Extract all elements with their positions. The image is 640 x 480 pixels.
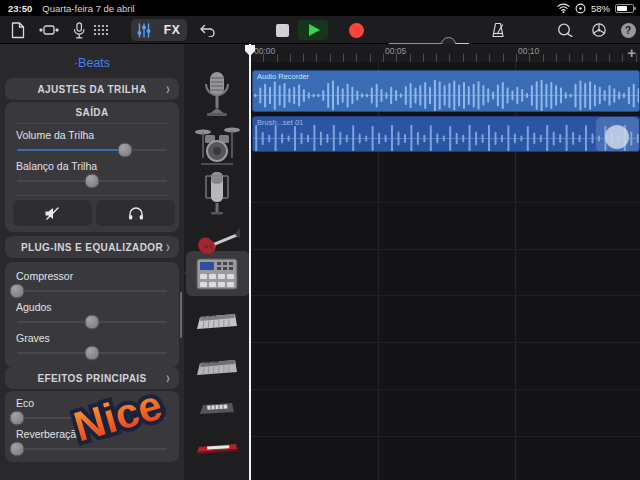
echo-slider-knob[interactable]: [10, 411, 25, 426]
status-date: Quarta-feira 7 de abril: [42, 3, 134, 14]
treble-slider[interactable]: [5, 314, 179, 330]
waveform-audio-recorder: [253, 80, 640, 111]
headphones-icon: [128, 206, 144, 220]
grid-line-horizontal: [250, 202, 640, 203]
mic-input-icon[interactable]: [70, 16, 88, 44]
echo-label: Eco: [16, 397, 34, 409]
playhead-line[interactable]: [249, 44, 251, 480]
volume-label: Volume da Trilha: [16, 129, 94, 141]
grid-line-horizontal: [250, 436, 640, 437]
playhead-marker[interactable]: [244, 44, 256, 57]
instrument-drum-machine[interactable]: [184, 254, 250, 294]
divider: [16, 195, 168, 196]
battery-icon: [615, 4, 634, 13]
battery-percent: 58%: [591, 3, 610, 14]
grid-line-horizontal: [250, 389, 640, 390]
treble-slider-knob[interactable]: [85, 315, 100, 330]
settings-gear-icon[interactable]: [590, 16, 608, 44]
bass-label: Graves: [16, 332, 50, 344]
output-section-header: SAÍDA: [75, 107, 108, 118]
grid-line-horizontal: [250, 295, 640, 296]
region-name: Audio Recorder: [257, 72, 309, 81]
instrument-synth-keyboard[interactable]: [184, 300, 250, 342]
sidebar-scrollbar[interactable]: [180, 292, 182, 338]
balance-slider-knob[interactable]: [85, 174, 100, 189]
master-effects-button[interactable]: EFEITOS PRINCIPAIS ›: [5, 367, 179, 389]
documents-icon[interactable]: [8, 16, 28, 44]
grid-line-horizontal: [250, 342, 640, 343]
orientation-lock-icon: [575, 3, 586, 14]
fx-button[interactable]: FX: [157, 16, 187, 44]
chevron-right-icon: ›: [166, 238, 170, 256]
wifi-icon: [557, 3, 570, 13]
view-switch-icon[interactable]: [38, 16, 60, 44]
volume-slider-knob[interactable]: [118, 143, 133, 158]
track-settings-button[interactable]: AJUSTES DA TRILHA ›: [5, 78, 179, 100]
instrument-drum-kit[interactable]: [184, 120, 250, 168]
chevron-right-icon: ›: [166, 369, 170, 387]
time-ruler[interactable]: 00:00 00:05 00:10 +: [250, 44, 640, 62]
effects-card: Eco Reverberação: [5, 391, 179, 462]
treble-label: Agudos: [16, 301, 52, 313]
divider: [16, 123, 168, 124]
instrument-rail: [184, 44, 250, 480]
status-bar: 23:50 Quarta-feira 7 de abril 58%: [0, 0, 640, 16]
echo-slider[interactable]: [5, 410, 179, 426]
help-button[interactable]: ?: [620, 16, 636, 44]
record-icon: [349, 23, 364, 38]
main-toolbar: FX ?: [0, 16, 640, 44]
volume-slider[interactable]: [5, 142, 179, 158]
plugins-eq-label: PLUG-INS E EQUALIZADOR: [21, 242, 163, 253]
monitor-button[interactable]: [96, 200, 175, 226]
mute-button[interactable]: [13, 200, 92, 226]
loop-browser-icon[interactable]: [554, 16, 574, 44]
region-audio-recorder[interactable]: Audio Recorder: [252, 70, 640, 112]
balance-slider[interactable]: [5, 173, 179, 189]
balance-label: Balanço da Trilha: [16, 160, 97, 172]
ruler-ticks: [250, 54, 640, 62]
touch-indicator: [605, 125, 629, 149]
play-button[interactable]: [298, 20, 328, 40]
chevron-right-icon: ›: [166, 80, 170, 98]
instrument-red-keyboard[interactable]: [184, 432, 250, 466]
bass-slider-knob[interactable]: [85, 346, 100, 361]
track-settings-label: AJUSTES DA TRILHA: [37, 84, 146, 95]
apps-grid-icon[interactable]: [91, 16, 111, 44]
bass-slider[interactable]: [5, 345, 179, 361]
track-controls-panel: ·Beats AJUSTES DA TRILHA › SAÍDA Volume …: [0, 44, 184, 480]
reverb-label: Reverberação: [16, 428, 82, 440]
compressor-label: Compressor: [16, 270, 73, 282]
waveform-brush-set: [253, 125, 640, 152]
grid-line-horizontal: [250, 249, 640, 250]
stop-button[interactable]: [275, 16, 289, 44]
clock-time: 23:50: [8, 3, 32, 14]
region-brush-set[interactable]: Brush...set 01: [252, 116, 640, 152]
output-card: SAÍDA Volume da Trilha Balanço da Trilha: [5, 102, 179, 232]
compressor-slider[interactable]: [5, 283, 179, 299]
compressor-slider-knob[interactable]: [10, 284, 25, 299]
mute-speaker-icon: [44, 206, 62, 221]
reverb-slider[interactable]: [5, 441, 179, 457]
instrument-condenser-mic[interactable]: [184, 170, 250, 216]
instrument-synth-keyboard-2[interactable]: [184, 346, 250, 388]
metronome-icon[interactable]: [489, 16, 507, 44]
instrument-mini-keyboard[interactable]: [184, 390, 250, 428]
eq-card: Compressor Agudos Graves: [5, 262, 179, 368]
record-button[interactable]: [348, 16, 364, 44]
ruler-label-0: 00:00: [254, 46, 275, 56]
add-region-button[interactable]: +: [627, 44, 636, 61]
master-effects-label: EFEITOS PRINCIPAIS: [37, 373, 146, 384]
garageband-app: 23:50 Quarta-feira 7 de abril 58%: [0, 0, 640, 480]
ruler-label-1: 00:05: [385, 46, 406, 56]
plugins-eq-button[interactable]: PLUG-INS E EQUALIZADOR ›: [5, 236, 179, 258]
reverb-slider-knob[interactable]: [10, 442, 25, 457]
undo-icon[interactable]: [196, 16, 218, 44]
play-icon: [309, 24, 320, 36]
track-controls-icon[interactable]: [131, 16, 157, 44]
instrument-vintage-mic[interactable]: [184, 70, 250, 120]
track-title[interactable]: ·Beats: [0, 56, 184, 70]
fx-button-label: FX: [164, 23, 180, 37]
ruler-label-2: 00:10: [518, 46, 539, 56]
timeline-area[interactable]: 00:00 00:05 00:10 + Audio Recorder Brush…: [250, 44, 640, 480]
help-icon: ?: [621, 23, 636, 38]
